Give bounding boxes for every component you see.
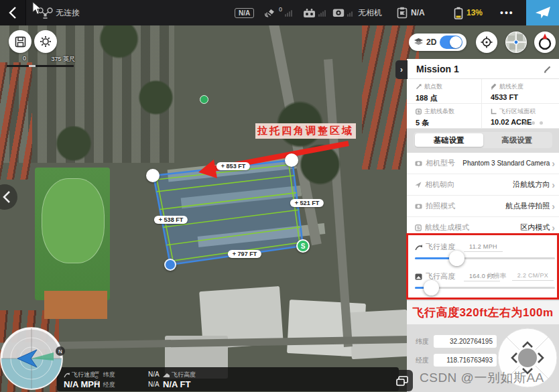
setting-route-mode[interactable]: 航线生成模式 区内模式 › — [407, 216, 559, 238]
rc-signal-bars-icon — [318, 9, 326, 17]
scale-start-label: 0 — [23, 55, 26, 64]
save-mission-button[interactable] — [9, 30, 32, 53]
collapse-left-button[interactable] — [0, 184, 17, 210]
airplane-icon — [535, 5, 551, 20]
battery-icon — [453, 7, 464, 19]
camera-status-label: 无相机 — [358, 7, 382, 19]
flight-parameter-sliders: 飞行速度 11.2 MPH 飞行高度 164.0 FT 分辨率 2.2 CM/P… — [407, 238, 559, 298]
altitude-slider[interactable] — [415, 287, 555, 289]
telemetry-altitude-label: 飞行高度 — [172, 371, 196, 379]
terrain-patch — [295, 143, 345, 186]
north-label: N — [58, 348, 62, 354]
map-mode-toggle[interactable]: 2D — [409, 34, 467, 51]
edge-length-label: + 853 FT — [216, 162, 250, 170]
stat-flight-area: 飞行区域面积 10.02 ACRE — [482, 104, 559, 129]
stat-label: 航线长度 — [499, 82, 523, 91]
tab-basic-settings[interactable]: 基础设置 — [415, 133, 483, 147]
speed-slider[interactable] — [415, 257, 555, 259]
speed-slider-knob[interactable] — [449, 251, 464, 266]
polygon-corner-handle[interactable] — [285, 153, 298, 167]
stat-route-length: 航线长度 4533 FT — [482, 79, 559, 104]
resolution-value: 2.2 CM/PX — [512, 271, 554, 281]
photo-mode-icon — [415, 203, 422, 209]
tab-advanced-settings[interactable]: 高级设置 — [483, 133, 552, 147]
edit-pencil-icon[interactable] — [543, 64, 552, 74]
checklist-icon — [397, 7, 408, 19]
setting-camera-model[interactable]: 相机型号 Phantom 3 Standard Camera › — [407, 153, 559, 174]
back-button[interactable] — [0, 0, 26, 25]
mission-stats: 航点数 188 点 航线长度 4533 FT 主航线条数 5 条 — [407, 79, 559, 129]
setting-value: 区内模式 — [520, 222, 550, 233]
longitude-input[interactable] — [434, 354, 497, 367]
altitude-slider-knob[interactable] — [424, 280, 439, 296]
altitude-note-text: 飞行高度320ft左右为100m — [412, 305, 553, 320]
edge-length-label: + 538 FT — [154, 216, 188, 224]
route-start-marker[interactable]: S — [296, 239, 310, 253]
telemetry-lng-value: N/A — [148, 381, 160, 389]
setting-photo-mode[interactable]: 拍照模式 航点悬停拍照 › — [407, 195, 559, 216]
camera-signal-bars-icon — [347, 9, 353, 17]
stat-mainline-count: 主航线条数 5 条 — [407, 104, 482, 129]
gear-icon — [40, 36, 52, 48]
screenshot-camera-button[interactable] — [391, 370, 413, 391]
stats-pagination-dots[interactable] — [523, 121, 543, 125]
speed-value: 11.2 MPH — [464, 243, 503, 252]
start-marker-label: S — [301, 243, 306, 250]
chevron-right-icon: › — [400, 65, 403, 74]
edge-length-label: + 797 FT — [228, 250, 261, 258]
tab-label: 基础设置 — [434, 135, 464, 145]
setting-value: 航点悬停拍照 — [505, 201, 550, 211]
telemetry-speed-label: 飞行速度 — [72, 371, 96, 379]
toggle-knob — [450, 36, 462, 48]
setting-camera-heading[interactable]: 相机朝向 沿航线方向 › — [407, 174, 559, 195]
rc-status — [303, 0, 326, 25]
stat-waypoint-count: 航点数 188 点 — [407, 79, 482, 104]
terrain-patch — [94, 25, 144, 59]
battery-status: 13% — [453, 0, 483, 25]
gps-count: 0 — [279, 6, 282, 13]
polygon-corner-handle[interactable] — [146, 169, 160, 182]
latitude-input[interactable] — [434, 335, 497, 348]
chevron-right-icon: › — [552, 222, 555, 233]
aircraft-connection-status: 无连接 — [38, 0, 80, 25]
satellite-icon — [264, 7, 276, 18]
annotation-note-box: 飞行高度320ft左右为100m — [407, 301, 559, 324]
mission-settings-button[interactable] — [34, 30, 57, 53]
watermark-text: CSDN @一别如斯AA — [420, 369, 557, 387]
dpad-center-button[interactable] — [518, 348, 537, 367]
settings-list: 相机型号 Phantom 3 Standard Camera › 相机朝向 沿航… — [407, 153, 559, 238]
chevron-right-icon: › — [552, 180, 555, 190]
flight-altitude-icon — [415, 273, 422, 280]
battery-percent: 13% — [467, 8, 483, 17]
terrain-patch — [44, 291, 107, 319]
minimap-button[interactable] — [505, 31, 527, 53]
setting-label: 相机型号 — [426, 158, 455, 168]
camera-model-icon — [415, 160, 422, 166]
setting-label: 航线生成模式 — [425, 222, 469, 233]
latitude-label: 纬度 — [416, 337, 429, 346]
minimap-icon — [505, 31, 527, 53]
settings-tabs: 基础设置 高级设置 — [414, 132, 552, 148]
stat-label: 飞行区域面积 — [499, 107, 536, 116]
panel-collapse-button[interactable]: › — [395, 60, 408, 79]
stat-label: 航点数 — [424, 82, 442, 91]
stat-value: 5 条 — [416, 118, 479, 128]
2d-toggle-switch[interactable] — [440, 36, 462, 49]
annotation-label: 拉托四角调整区域 — [255, 123, 356, 139]
ellipsis-icon: ••• — [500, 7, 514, 18]
locate-button[interactable] — [476, 31, 497, 53]
gps-signal-bars-icon — [285, 9, 292, 17]
terrain-patch — [134, 79, 178, 116]
map-poi-marker — [200, 95, 208, 104]
attitude-compass-instrument: N — [0, 326, 68, 392]
stat-value: 4533 FT — [491, 93, 556, 101]
more-menu-button[interactable]: ••• — [500, 0, 514, 25]
mainlines-icon — [416, 109, 422, 115]
compass-button[interactable] — [534, 31, 556, 53]
polygon-corner-handle[interactable] — [164, 259, 176, 271]
telemetry-lng-label: 经度 — [103, 381, 115, 389]
telemetry-position: W G S 纬度 N/A 经度 N/A — [95, 371, 160, 389]
takeoff-button[interactable] — [526, 0, 559, 25]
map-scale: 0 375 英尺 — [7, 55, 75, 67]
flight-speed-icon — [415, 244, 422, 251]
